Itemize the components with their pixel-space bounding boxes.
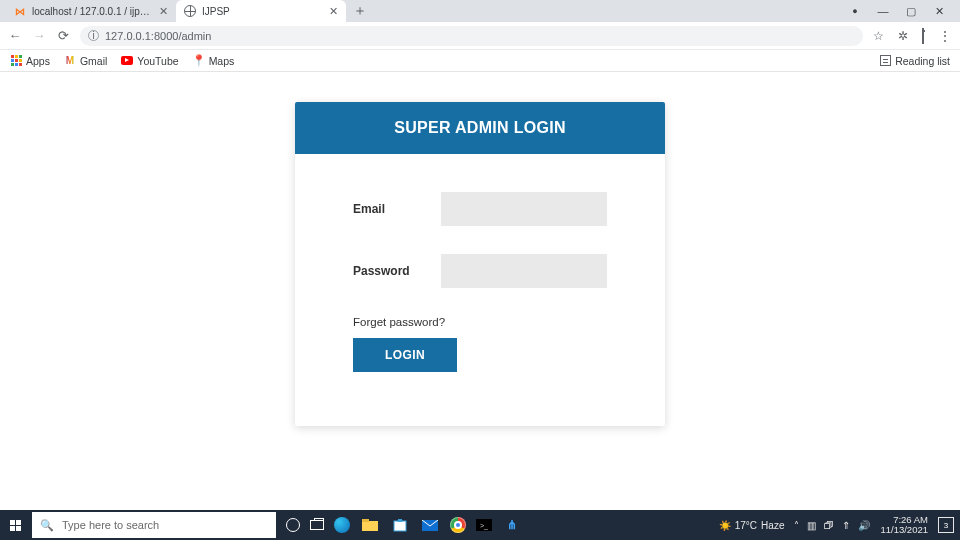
system-tray: ☀️ 17°C Haze ˄ ▥ 🗇 ⇑ 🔊 7:26 AM 11/13/202… — [719, 515, 960, 536]
svg-rect-1 — [362, 519, 369, 522]
reload-button[interactable]: ⟳ — [56, 28, 70, 43]
bookmark-star-icon[interactable]: ☆ — [873, 29, 884, 43]
battery-icon — [922, 29, 924, 43]
apps-grid-icon — [10, 55, 22, 67]
site-info-icon[interactable]: i — [88, 30, 99, 41]
weather-temp: 17°C — [735, 520, 757, 531]
login-card-body: Email Password Forget password? LOGIN — [295, 154, 665, 396]
weather-icon: ☀️ — [719, 520, 731, 531]
extensions-icon[interactable]: ✲ — [898, 29, 908, 43]
close-window-button[interactable]: ✕ — [932, 5, 946, 18]
task-view-icon[interactable] — [310, 520, 324, 530]
file-explorer-icon[interactable] — [360, 515, 380, 535]
svg-rect-2 — [394, 521, 406, 531]
onedrive-icon[interactable]: ▥ — [807, 520, 816, 531]
bookmark-label: Maps — [209, 55, 235, 67]
terminal-app-icon[interactable] — [476, 519, 492, 531]
address-bar[interactable]: i 127.0.0.1:8000/admin — [80, 26, 863, 46]
reading-list-button[interactable]: Reading list — [880, 55, 950, 67]
maps-icon: 📍 — [193, 55, 205, 67]
reading-list-label: Reading list — [895, 55, 950, 67]
weather-widget[interactable]: ☀️ 17°C Haze — [719, 520, 785, 531]
email-label: Email — [353, 202, 441, 216]
weather-cond: Haze — [761, 520, 784, 531]
bookmark-label: Apps — [26, 55, 50, 67]
bookmark-maps[interactable]: 📍 Maps — [193, 55, 235, 67]
email-input[interactable] — [441, 192, 607, 226]
start-button[interactable] — [0, 510, 30, 540]
windows-logo-icon — [10, 520, 21, 531]
email-row: Email — [353, 192, 607, 226]
browser-toolbar: ← → ⟳ i 127.0.0.1:8000/admin ☆ ✲ ⋮ — [0, 22, 960, 50]
svg-rect-0 — [362, 521, 378, 531]
login-button[interactable]: LOGIN — [353, 338, 457, 372]
bookmark-label: YouTube — [137, 55, 178, 67]
browser-tab-inactive[interactable]: ⋈ localhost / 127.0.0.1 / ijpsooth_jc ✕ — [6, 0, 176, 22]
gmail-icon: M — [64, 55, 76, 67]
mail-app-icon[interactable] — [420, 515, 440, 535]
ms-store-icon[interactable] — [390, 515, 410, 535]
browser-tabstrip: ⋈ localhost / 127.0.0.1 / ijpsooth_jc ✕ … — [0, 0, 960, 22]
xampp-favicon-icon: ⋈ — [14, 5, 26, 17]
taskbar-apps: ⋔ — [286, 515, 522, 535]
bookmark-gmail[interactable]: M Gmail — [64, 55, 107, 67]
vscode-app-icon[interactable]: ⋔ — [502, 515, 522, 535]
action-center-icon[interactable]: 3 — [938, 517, 954, 533]
window-controls: ● — ▢ ✕ — [848, 0, 956, 22]
chrome-app-icon[interactable] — [450, 517, 466, 533]
notification-count: 3 — [944, 521, 948, 530]
search-placeholder: Type here to search — [62, 519, 159, 531]
chevron-up-icon[interactable]: ˄ — [794, 520, 799, 531]
tab-close-icon[interactable]: ✕ — [159, 5, 168, 18]
clock-date: 11/13/2021 — [880, 525, 928, 535]
search-icon: 🔍 — [40, 519, 54, 532]
password-row: Password — [353, 254, 607, 288]
taskbar-search[interactable]: 🔍 Type here to search — [32, 512, 276, 538]
page-content: SUPER ADMIN LOGIN Email Password Forget … — [0, 72, 960, 510]
record-indicator-icon: ● — [848, 6, 862, 16]
battery-tray-icon[interactable]: 🗇 — [824, 520, 834, 531]
password-input[interactable] — [441, 254, 607, 288]
browser-tab-active[interactable]: IJPSP ✕ — [176, 0, 346, 22]
tab-title: localhost / 127.0.0.1 / ijpsooth_jc — [32, 6, 153, 17]
volume-icon[interactable]: 🔊 — [858, 520, 870, 531]
tab-close-icon[interactable]: ✕ — [329, 5, 338, 18]
bookmark-label: Gmail — [80, 55, 107, 67]
login-title: SUPER ADMIN LOGIN — [394, 119, 566, 137]
bookmark-apps[interactable]: Apps — [10, 55, 50, 67]
tab-title: IJPSP — [202, 6, 323, 17]
bookmarks-bar: Apps M Gmail YouTube 📍 Maps Reading list — [0, 50, 960, 72]
youtube-icon — [121, 55, 133, 67]
windows-taskbar: 🔍 Type here to search ⋔ ☀️ 17°C Haze ˄ ▥… — [0, 510, 960, 540]
edge-app-icon[interactable] — [334, 517, 350, 533]
globe-favicon-icon — [184, 5, 196, 17]
minimize-button[interactable]: — — [876, 5, 890, 17]
url-text: 127.0.0.1:8000/admin — [105, 30, 211, 42]
forward-button[interactable]: → — [32, 28, 46, 43]
browser-menu-icon[interactable]: ⋮ — [938, 29, 952, 43]
login-card-header: SUPER ADMIN LOGIN — [295, 102, 665, 154]
tray-icons: ˄ ▥ 🗇 ⇑ 🔊 — [794, 520, 870, 531]
bookmark-youtube[interactable]: YouTube — [121, 55, 178, 67]
password-label: Password — [353, 264, 441, 278]
back-button[interactable]: ← — [8, 28, 22, 43]
forgot-password-link[interactable]: Forget password? — [353, 316, 607, 328]
wifi-icon[interactable]: ⇑ — [842, 520, 850, 531]
maximize-button[interactable]: ▢ — [904, 5, 918, 18]
login-card: SUPER ADMIN LOGIN Email Password Forget … — [295, 102, 665, 426]
taskbar-clock[interactable]: 7:26 AM 11/13/2021 — [880, 515, 928, 536]
reading-list-icon — [880, 55, 891, 66]
cortana-icon[interactable] — [286, 518, 300, 532]
new-tab-button[interactable]: ＋ — [350, 1, 370, 21]
svg-rect-3 — [398, 519, 402, 522]
